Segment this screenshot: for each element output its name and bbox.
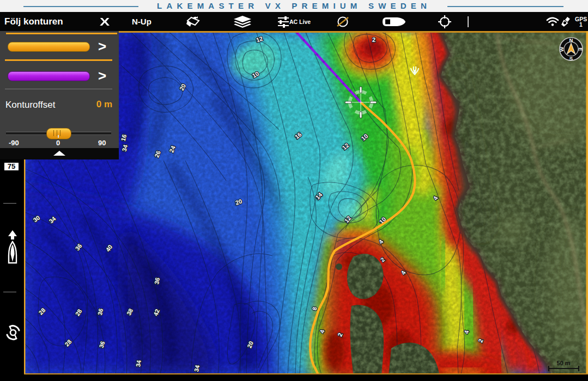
svg-text:36: 36: [96, 308, 104, 316]
svg-text:W: W: [559, 47, 565, 52]
svg-text:50 m: 50 m: [556, 360, 570, 366]
svg-text:E: E: [578, 47, 584, 51]
svg-text:2: 2: [372, 36, 375, 43]
svg-text:36: 36: [153, 277, 161, 285]
svg-text:N: N: [569, 37, 573, 43]
svg-text:S: S: [569, 56, 573, 62]
